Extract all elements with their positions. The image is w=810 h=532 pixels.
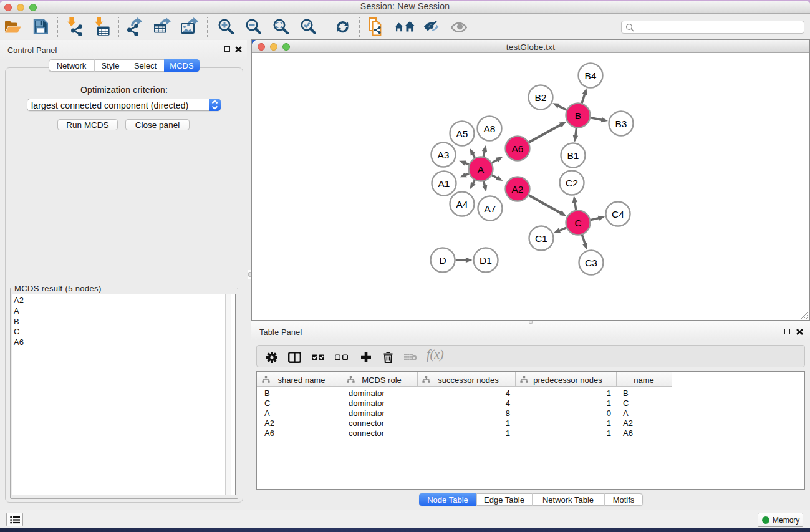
svg-text:A: A [478, 164, 485, 175]
svg-text:C4: C4 [612, 209, 624, 220]
svg-text:A5: A5 [456, 128, 468, 139]
svg-text:C1: C1 [535, 233, 547, 244]
svg-text:C3: C3 [585, 258, 597, 268]
svg-text:A4: A4 [456, 199, 468, 210]
svg-text:A3: A3 [438, 150, 450, 160]
svg-text:A2: A2 [512, 184, 524, 195]
svg-text:C2: C2 [566, 178, 578, 188]
svg-text:B1: B1 [567, 150, 579, 161]
svg-text:C: C [574, 218, 581, 228]
svg-text:D1: D1 [480, 255, 492, 266]
svg-text:B2: B2 [535, 92, 547, 103]
svg-text:A7: A7 [485, 203, 496, 214]
svg-text:D: D [439, 255, 446, 266]
svg-text:B3: B3 [615, 118, 627, 129]
svg-text:A6: A6 [512, 143, 524, 154]
svg-text:A1: A1 [438, 178, 450, 189]
svg-text:A8: A8 [484, 123, 496, 134]
svg-text:B: B [575, 110, 581, 121]
svg-text:B4: B4 [585, 70, 597, 81]
